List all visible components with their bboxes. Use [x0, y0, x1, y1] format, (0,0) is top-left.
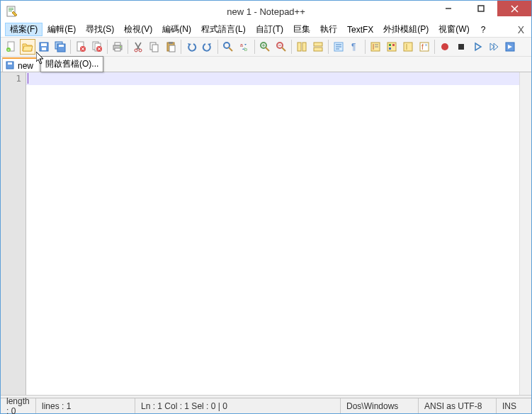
svg-rect-28: [115, 48, 120, 51]
copy-icon[interactable]: [147, 39, 162, 55]
save-icon[interactable]: [36, 39, 52, 55]
menu-textfx[interactable]: TextFX: [342, 24, 378, 35]
svg-rect-37: [169, 42, 173, 44]
find-icon[interactable]: [220, 39, 236, 55]
svg-rect-16: [59, 45, 64, 47]
svg-line-40: [229, 47, 232, 51]
func-list-icon[interactable]: fx: [417, 39, 432, 55]
svg-rect-65: [392, 44, 395, 46]
line-gutter: 1: [1, 72, 26, 395]
svg-rect-5: [478, 6, 484, 11]
menu-plugins[interactable]: 外掛模組(P): [378, 23, 434, 36]
menu-edit[interactable]: 編輯(E): [43, 23, 81, 36]
svg-point-39: [224, 43, 230, 48]
sync-v-icon[interactable]: [294, 39, 310, 55]
menu-view[interactable]: 檢視(V): [119, 23, 157, 36]
toolbar-separator: [365, 40, 366, 54]
svg-rect-2: [9, 9, 13, 10]
svg-rect-1: [9, 8, 13, 9]
open-file-icon[interactable]: [20, 39, 35, 55]
cut-icon[interactable]: [130, 39, 146, 55]
new-file-icon[interactable]: +: [4, 39, 19, 55]
svg-rect-63: [387, 43, 396, 51]
svg-rect-35: [152, 45, 158, 52]
menu-help[interactable]: ?: [476, 24, 491, 35]
status-lines: lines : 1: [36, 398, 135, 413]
status-insert-mode: INS: [497, 398, 531, 413]
menu-macro[interactable]: 巨集: [288, 23, 315, 36]
stop-macro-icon[interactable]: [453, 39, 469, 55]
zoom-out-icon[interactable]: [273, 39, 289, 55]
svg-rect-38: [169, 45, 175, 52]
svg-line-46: [266, 47, 269, 51]
menu-encoding[interactable]: 編碼(N): [157, 23, 196, 36]
svg-point-72: [441, 43, 448, 50]
undo-icon[interactable]: [183, 39, 199, 55]
svg-text:f: f: [421, 43, 424, 51]
close-all-icon[interactable]: [89, 39, 105, 55]
sync-h-icon[interactable]: [310, 39, 326, 55]
svg-rect-66: [389, 47, 391, 50]
doc-map-icon[interactable]: [400, 39, 416, 55]
toolbar-separator: [128, 40, 128, 54]
svg-rect-67: [404, 43, 412, 51]
toolbar-separator: [291, 40, 292, 54]
svg-rect-3: [9, 11, 12, 11]
play-macro-icon[interactable]: [470, 39, 485, 55]
redo-icon[interactable]: [200, 39, 215, 55]
menu-bar: 檔案(F) 編輯(E) 尋找(S) 檢視(V) 編碼(N) 程式語言(L) 自訂…: [1, 22, 531, 37]
svg-rect-76: [8, 62, 12, 65]
zoom-in-icon[interactable]: [257, 39, 273, 55]
save-macro-icon[interactable]: [502, 39, 518, 55]
print-icon[interactable]: [110, 39, 125, 55]
close-file-icon[interactable]: [73, 39, 89, 55]
menu-settings[interactable]: 自訂(T): [251, 23, 288, 36]
menu-run[interactable]: 執行: [315, 23, 342, 36]
svg-point-33: [139, 49, 142, 52]
wrap-icon[interactable]: [331, 39, 346, 55]
record-macro-icon[interactable]: [437, 39, 453, 55]
menu-search[interactable]: 尋找(S): [81, 23, 119, 36]
caret: [28, 73, 28, 84]
toolbar-separator: [254, 40, 255, 54]
tooltip: 開啟舊檔(O)...: [40, 56, 103, 72]
svg-point-29: [120, 46, 121, 47]
status-encoding: ANSI as UTF-8: [419, 398, 497, 413]
show-symbols-icon[interactable]: ¶: [347, 39, 363, 55]
paste-icon[interactable]: [163, 39, 179, 55]
svg-rect-12: [41, 43, 47, 46]
app-icon: [6, 6, 18, 17]
svg-rect-50: [298, 43, 301, 51]
toolbar-separator: [328, 40, 329, 54]
svg-text:a: a: [240, 43, 243, 47]
status-length: length : 0: [1, 398, 36, 413]
vertical-scrollbar[interactable]: [519, 72, 531, 395]
indent-guide-icon[interactable]: [368, 39, 383, 55]
svg-rect-52: [314, 43, 322, 46]
toolbar-separator: [107, 40, 108, 54]
menu-language[interactable]: 程式語言(L): [196, 23, 251, 36]
maximize-button[interactable]: [465, 1, 497, 16]
menu-window[interactable]: 視窗(W): [434, 23, 474, 36]
minimize-button[interactable]: [432, 1, 465, 16]
svg-line-49: [282, 47, 285, 51]
menu-file[interactable]: 檔案(F): [5, 23, 43, 36]
play-multi-icon[interactable]: [486, 39, 502, 55]
svg-rect-64: [389, 44, 391, 46]
title-bar: new 1 - Notepad++: [1, 1, 531, 22]
svg-rect-73: [458, 44, 464, 50]
replace-icon[interactable]: ab: [237, 39, 252, 55]
svg-rect-13: [42, 47, 46, 50]
svg-rect-26: [115, 43, 120, 45]
window-controls: [432, 1, 531, 16]
close-button[interactable]: [497, 1, 531, 16]
svg-rect-53: [314, 47, 322, 51]
save-all-icon[interactable]: [52, 39, 68, 55]
svg-rect-51: [302, 43, 306, 51]
text-area[interactable]: [26, 72, 519, 395]
file-tab[interactable]: new: [2, 57, 40, 72]
svg-point-32: [135, 49, 137, 52]
svg-text:b: b: [244, 47, 247, 52]
menu-close-doc[interactable]: X: [518, 24, 524, 35]
udl-icon[interactable]: [384, 39, 400, 55]
